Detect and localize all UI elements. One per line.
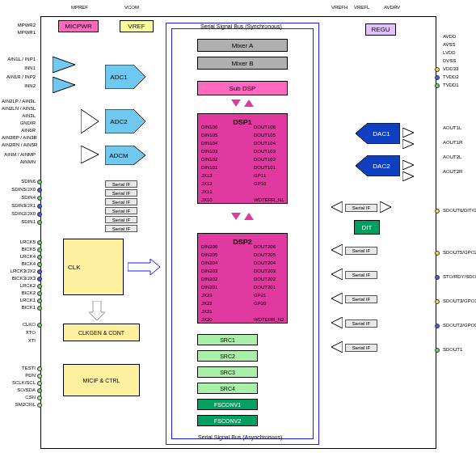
serif-l5: Serial IF xyxy=(105,216,137,223)
svg-marker-20 xyxy=(402,128,414,138)
serif-r4: Serial IF xyxy=(345,295,377,303)
ssb-async-label: Serial Signal Bus (Asynchronous) xyxy=(198,434,282,440)
out-tri xyxy=(331,201,343,213)
adc1-label: ADC1 xyxy=(110,74,128,81)
dsp-port: DIN201 xyxy=(201,285,217,290)
pin-label: BICK3/JX3 xyxy=(2,276,36,281)
pin-dot-icon xyxy=(37,323,42,328)
pin-label: SDIN6 xyxy=(2,179,36,184)
src2: SRC2 xyxy=(197,350,258,362)
dsp-port: JX23 xyxy=(201,293,213,298)
dsp-port: JX11 xyxy=(201,189,213,194)
serif-l2: Serial IF xyxy=(105,189,137,197)
out-tri xyxy=(402,160,414,170)
out-tri xyxy=(402,171,414,181)
pin-dot-icon xyxy=(37,180,42,184)
vref-block: VREF xyxy=(120,20,154,32)
pin-label: VDD33 xyxy=(443,66,458,71)
dsp-port: DOUT103 xyxy=(254,149,276,154)
svg-marker-3 xyxy=(53,57,75,73)
pin-dot-icon xyxy=(37,212,42,217)
pin-label: AVDD xyxy=(443,34,456,39)
dsp-port: DIN101 xyxy=(201,165,217,170)
pin-label: SDOUT6/DIT/GPO3 xyxy=(443,208,476,213)
dsp-port: DIN106 xyxy=(201,125,217,129)
dsp-port: DOUT105 xyxy=(254,133,276,138)
dsp-port: DOUT104 xyxy=(254,141,276,146)
pin-dot-icon xyxy=(37,277,42,281)
svg-marker-16 xyxy=(331,317,343,328)
pin-label: AIN2LN / AIN5L xyxy=(2,106,36,111)
dsp-port: DOUT205 xyxy=(254,252,276,257)
pin-label: AOUT2R xyxy=(443,169,462,174)
serif-l1: Serial IF xyxy=(105,180,137,188)
pin-top: VREFL xyxy=(354,5,369,10)
ssb-sync-label: Serial Signal Bus (Synchronous) xyxy=(200,23,282,29)
pin-dot-icon xyxy=(37,298,42,303)
dsp-port: JX20 xyxy=(201,317,213,322)
pin-label: XTO xyxy=(2,330,36,335)
pin-dot-icon xyxy=(37,204,42,209)
pin-label: AOUT1L xyxy=(443,125,461,130)
adc1: ADC1 xyxy=(105,65,145,89)
pin-label: SDIN1 xyxy=(2,219,36,224)
dsp-port: DIN104 xyxy=(201,141,217,146)
dac1: DAC1 xyxy=(356,123,400,144)
pin-dot-icon xyxy=(435,348,440,353)
serif-r1: Serial IF xyxy=(345,204,377,212)
svg-marker-23 xyxy=(402,171,414,181)
fsconv2: FSCONV2 xyxy=(197,415,258,426)
dsp-port: DIN203 xyxy=(201,269,217,273)
pin-dot-icon xyxy=(435,209,440,214)
dsp-port: JX12 xyxy=(201,181,213,186)
pin-label: CSN xyxy=(2,395,36,400)
out-tri xyxy=(331,269,343,280)
regu-block: REGU xyxy=(365,23,396,36)
pin-dot-icon xyxy=(435,275,440,280)
pin-dot-icon xyxy=(37,240,42,245)
pin-dot-icon xyxy=(37,248,42,252)
dsp-port: DIN205 xyxy=(201,252,217,257)
pin-label: LRCK4 xyxy=(2,254,36,259)
pin-label: AIN1R / INP2 xyxy=(2,74,36,79)
svg-marker-4 xyxy=(53,77,75,93)
pin-label: SDIN3/JX1 xyxy=(2,203,36,208)
serif-l6: Serial IF xyxy=(105,225,137,232)
pin-dot-icon xyxy=(37,381,42,386)
svg-text:DAC2: DAC2 xyxy=(373,163,390,170)
pin-label: XTI xyxy=(2,338,36,343)
pin-top: VREFH xyxy=(331,5,348,10)
dsp-port: DOUT101 xyxy=(254,165,276,170)
pin-label: SDIN2/JX0 xyxy=(2,211,36,216)
pin-label: CLKO xyxy=(2,322,36,327)
out-tri xyxy=(331,341,343,353)
pin-dot-icon xyxy=(37,196,42,201)
serif-l3: Serial IF xyxy=(105,198,137,205)
amp-triangle xyxy=(81,146,99,163)
svg-marker-6 xyxy=(81,146,99,163)
amp-triangle xyxy=(53,57,75,73)
pin-dot-icon xyxy=(435,251,440,256)
pin-label: LVDD xyxy=(443,50,456,55)
src3: SRC3 xyxy=(197,366,258,378)
out-tri xyxy=(402,139,414,149)
dsp-port: DOUT204 xyxy=(254,260,276,265)
svg-marker-13 xyxy=(331,244,343,256)
pin-label: LRCK5 xyxy=(2,239,36,244)
pin-label: SDOUT5/GPO2 xyxy=(443,250,476,255)
svg-marker-15 xyxy=(331,293,343,304)
dsp-port: DIN202 xyxy=(201,277,217,281)
pin-top: AVDRV xyxy=(384,5,400,10)
pin-label: SDOUT3/GPO1 xyxy=(443,298,476,303)
adc2: ADC2 xyxy=(105,109,145,133)
svg-marker-18 xyxy=(128,259,160,275)
svg-marker-12 xyxy=(380,201,391,213)
out-tri xyxy=(380,201,391,213)
pin-label: AOUT1R xyxy=(443,140,462,145)
pin-top: MPREF xyxy=(71,5,88,10)
pin-label: MPWR2 xyxy=(2,23,36,28)
pin-label: AIN6R xyxy=(2,128,36,133)
dsp-port: DOUT106 xyxy=(254,125,276,129)
arrow-icon xyxy=(231,213,241,220)
fsconv1: FSCONV1 xyxy=(197,399,258,410)
